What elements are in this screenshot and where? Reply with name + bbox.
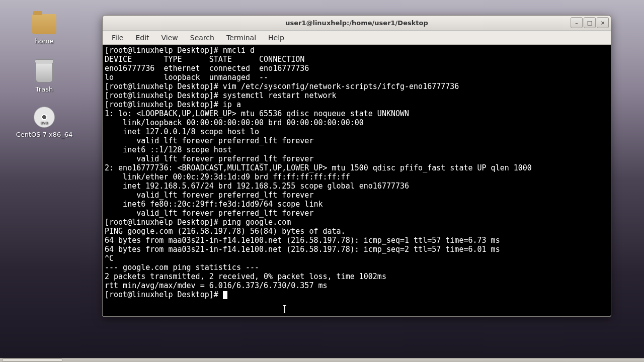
terminal-line: valid_lft forever preferred_lft forever bbox=[105, 191, 313, 200]
terminal-line: eno16777736 ethernet connected eno167777… bbox=[105, 64, 309, 73]
terminal-line: 1: lo: <LOOPBACK,UP,LOWER_UP> mtu 65536 … bbox=[105, 109, 409, 118]
menu-view[interactable]: View bbox=[156, 32, 183, 43]
terminal-window: user1@linuxhelp:/home/user1/Desktop – □ … bbox=[102, 15, 611, 317]
desktop-icon-label: CentOS 7 x86_64 bbox=[14, 131, 74, 138]
cursor-icon bbox=[223, 291, 227, 299]
terminal-line: valid_lft forever preferred_lft forever bbox=[105, 136, 313, 145]
terminal-line: [root@linuxhelp Desktop]# ip a bbox=[105, 100, 241, 109]
maximize-button[interactable]: □ bbox=[584, 17, 596, 28]
menu-terminal[interactable]: Terminal bbox=[221, 32, 261, 43]
terminal-line: 64 bytes from maa03s21-in-f14.1e100.net … bbox=[105, 236, 500, 245]
terminal-line: --- google.com ping statistics --- bbox=[105, 263, 259, 272]
desktop-icon-disc[interactable]: CentOS 7 x86_64 bbox=[14, 107, 74, 138]
text-cursor-icon bbox=[284, 305, 285, 313]
terminal-line: [root@linuxhelp Desktop]# systemctl rest… bbox=[105, 91, 337, 100]
desktop-icon-trash[interactable]: Trash bbox=[14, 61, 74, 93]
terminal-line: 2: eno16777736: <BROADCAST,MULTICAST,UP,… bbox=[105, 163, 532, 172]
menu-help[interactable]: Help bbox=[263, 32, 289, 43]
desktop-icon-label: Trash bbox=[14, 85, 74, 93]
terminal-prompt: [root@linuxhelp Desktop]# bbox=[105, 290, 223, 299]
terminal-line: inet6 fe80::20c:29ff:fe3d:1dd9/64 scope … bbox=[105, 200, 323, 209]
terminal-line: 64 bytes from maa03s21-in-f14.1e100.net … bbox=[105, 245, 500, 254]
terminal-line: 2 packets transmitted, 2 received, 0% pa… bbox=[105, 272, 386, 281]
taskbar-item[interactable] bbox=[2, 358, 62, 361]
terminal-line: ^C bbox=[105, 254, 114, 263]
disc-icon bbox=[34, 107, 55, 128]
window-title: user1@linuxhelp:/home/user1/Desktop bbox=[103, 19, 611, 27]
terminal-line: [root@linuxhelp Desktop]# nmcli d bbox=[105, 46, 255, 55]
terminal-output[interactable]: [root@linuxhelp Desktop]# nmcli d DEVICE… bbox=[103, 45, 611, 316]
desktop-icon-label: home bbox=[14, 37, 74, 45]
terminal-line: PING google.com (216.58.197.78) 56(84) b… bbox=[105, 227, 346, 236]
terminal-line: inet 192.168.5.67/24 brd 192.168.5.255 s… bbox=[105, 182, 409, 191]
titlebar[interactable]: user1@linuxhelp:/home/user1/Desktop – □ … bbox=[103, 16, 611, 31]
terminal-line: link/ether 00:0c:29:3d:1d:d9 brd ff:ff:f… bbox=[105, 172, 350, 182]
minimize-button[interactable]: – bbox=[571, 17, 583, 28]
terminal-line: lo loopback unmanaged -- bbox=[105, 73, 268, 82]
folder-icon bbox=[32, 14, 56, 34]
close-button[interactable]: × bbox=[597, 17, 609, 28]
terminal-line: inet 127.0.0.1/8 scope host lo bbox=[105, 127, 259, 136]
terminal-line: rtt min/avg/max/mdev = 6.016/6.373/6.730… bbox=[105, 281, 328, 290]
menubar: File Edit View Search Terminal Help bbox=[103, 31, 611, 45]
trash-icon bbox=[36, 61, 53, 82]
terminal-line: valid_lft forever preferred_lft forever bbox=[105, 154, 313, 163]
taskbar[interactable] bbox=[0, 358, 644, 362]
menu-edit[interactable]: Edit bbox=[130, 32, 154, 43]
terminal-line: link/loopback 00:00:00:00:00:00 brd 00:0… bbox=[105, 118, 364, 127]
terminal-line: DEVICE TYPE STATE CONNECTION bbox=[105, 55, 304, 64]
menu-file[interactable]: File bbox=[107, 32, 128, 43]
terminal-line: [root@linuxhelp Desktop]# vim /etc/sysco… bbox=[105, 82, 459, 91]
terminal-line: inet6 ::1/128 scope host bbox=[105, 145, 232, 154]
menu-search[interactable]: Search bbox=[185, 32, 219, 43]
terminal-line: valid_lft forever preferred_lft forever bbox=[105, 209, 313, 218]
terminal-line: [root@linuxhelp Desktop]# ping google.co… bbox=[105, 218, 291, 227]
desktop-icon-home[interactable]: home bbox=[14, 14, 74, 45]
